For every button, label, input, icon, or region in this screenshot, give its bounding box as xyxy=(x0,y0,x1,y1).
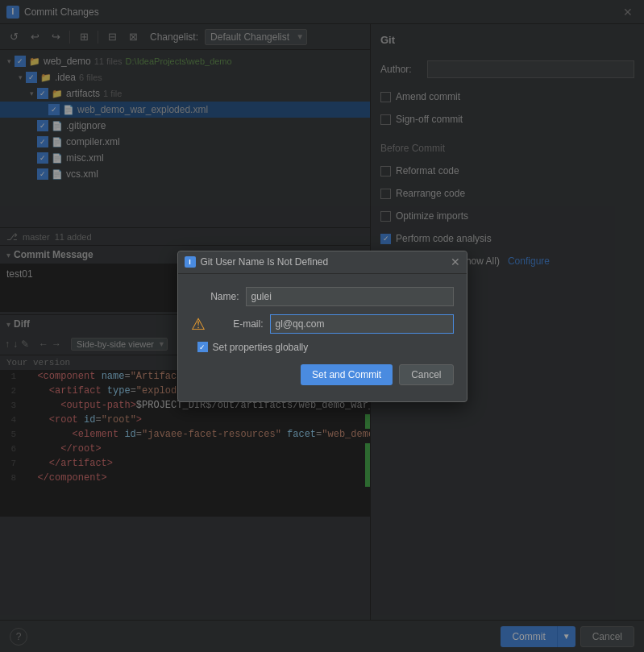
email-row: ⚠ E-mail: xyxy=(191,314,454,334)
modal-dialog: I Git User Name Is Not Defined ✕ Name: ⚠… xyxy=(177,251,467,402)
modal-icon: I xyxy=(185,256,196,268)
modal-titlebar: I Git User Name Is Not Defined ✕ xyxy=(178,251,467,274)
modal-close-button[interactable]: ✕ xyxy=(451,255,460,268)
name-label: Name: xyxy=(191,291,239,302)
name-input[interactable] xyxy=(246,287,454,306)
modal-buttons: Set and Commit Cancel xyxy=(191,364,454,388)
email-input[interactable] xyxy=(270,314,454,334)
modal-overlay: I Git User Name Is Not Defined ✕ Name: ⚠… xyxy=(0,0,644,652)
name-row: Name: xyxy=(191,287,454,306)
global-checkbox[interactable]: ✓ xyxy=(197,342,208,352)
modal-title: Git User Name Is Not Defined xyxy=(201,256,451,268)
modal-body: Name: ⚠ E-mail: ✓ Set properties globall… xyxy=(178,274,467,401)
email-label: E-mail: xyxy=(215,318,264,330)
modal-cancel-button[interactable]: Cancel xyxy=(399,364,453,385)
global-label: Set properties globally xyxy=(213,342,309,353)
set-and-commit-button[interactable]: Set and Commit xyxy=(301,364,393,385)
warning-icon: ⚠ xyxy=(191,314,206,334)
global-checkbox-row: ✓ Set properties globally xyxy=(191,342,454,353)
